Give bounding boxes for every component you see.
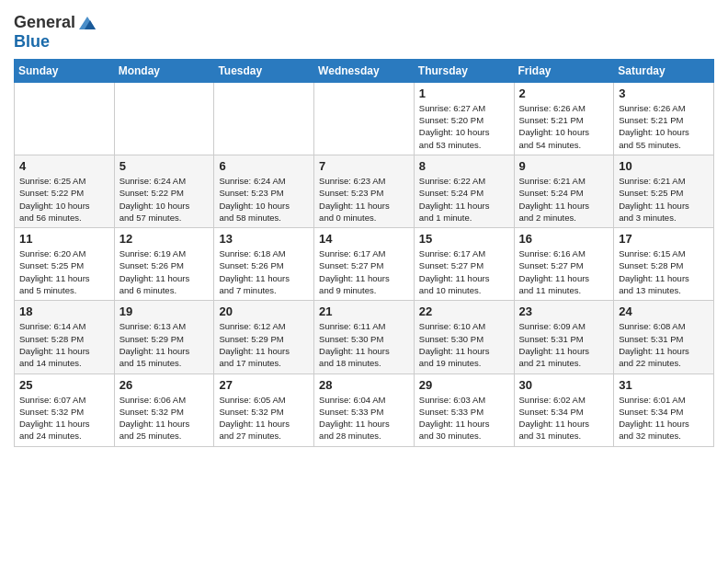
day-info: Sunrise: 6:16 AM Sunset: 5:27 PM Dayligh…: [519, 247, 609, 296]
calendar-cell: 31Sunrise: 6:01 AM Sunset: 5:34 PM Dayli…: [614, 373, 714, 446]
day-number: 3: [619, 86, 709, 100]
day-number: 11: [19, 232, 109, 246]
day-number: 21: [319, 304, 409, 318]
calendar-row-5: 25Sunrise: 6:07 AM Sunset: 5:32 PM Dayli…: [15, 373, 714, 446]
day-number: 6: [219, 159, 309, 173]
calendar-cell: 16Sunrise: 6:16 AM Sunset: 5:27 PM Dayli…: [514, 228, 614, 301]
calendar-cell: 13Sunrise: 6:18 AM Sunset: 5:26 PM Dayli…: [214, 228, 314, 301]
calendar-cell: 21Sunrise: 6:11 AM Sunset: 5:30 PM Dayli…: [314, 301, 415, 373]
day-info: Sunrise: 6:14 AM Sunset: 5:28 PM Dayligh…: [19, 320, 109, 369]
day-number: 15: [419, 232, 509, 246]
calendar-cell: 22Sunrise: 6:10 AM Sunset: 5:30 PM Dayli…: [414, 301, 514, 373]
calendar-cell: 28Sunrise: 6:04 AM Sunset: 5:33 PM Dayli…: [314, 373, 415, 446]
day-info: Sunrise: 6:07 AM Sunset: 5:32 PM Dayligh…: [19, 394, 109, 442]
day-number: 4: [19, 159, 109, 173]
calendar-cell: 18Sunrise: 6:14 AM Sunset: 5:28 PM Dayli…: [15, 301, 115, 373]
day-info: Sunrise: 6:20 AM Sunset: 5:25 PM Dayligh…: [19, 247, 109, 296]
weekday-header-wednesday: Wednesday: [314, 59, 415, 82]
day-number: 31: [619, 378, 709, 392]
calendar-cell: 19Sunrise: 6:13 AM Sunset: 5:29 PM Dayli…: [114, 301, 214, 373]
day-number: 8: [419, 159, 509, 173]
day-info: Sunrise: 6:23 AM Sunset: 5:23 PM Dayligh…: [319, 175, 409, 224]
calendar-cell: 17Sunrise: 6:15 AM Sunset: 5:28 PM Dayli…: [614, 228, 714, 301]
weekday-header-saturday: Saturday: [614, 59, 714, 82]
calendar-cell: 2Sunrise: 6:26 AM Sunset: 5:21 PM Daylig…: [514, 82, 614, 155]
calendar-cell: 6Sunrise: 6:24 AM Sunset: 5:23 PM Daylig…: [214, 155, 314, 227]
day-info: Sunrise: 6:27 AM Sunset: 5:20 PM Dayligh…: [419, 102, 509, 151]
calendar-cell: 29Sunrise: 6:03 AM Sunset: 5:33 PM Dayli…: [414, 373, 514, 446]
day-number: 24: [619, 304, 709, 318]
weekday-header-sunday: Sunday: [15, 59, 115, 82]
calendar-cell: 4Sunrise: 6:25 AM Sunset: 5:22 PM Daylig…: [15, 155, 115, 227]
weekday-header-monday: Monday: [114, 59, 214, 82]
calendar-cell: [314, 82, 415, 155]
day-number: 17: [619, 232, 709, 246]
day-info: Sunrise: 6:04 AM Sunset: 5:33 PM Dayligh…: [319, 394, 409, 442]
calendar-cell: [114, 82, 214, 155]
day-info: Sunrise: 6:02 AM Sunset: 5:34 PM Dayligh…: [519, 394, 609, 442]
weekday-header-friday: Friday: [514, 59, 614, 82]
day-info: Sunrise: 6:17 AM Sunset: 5:27 PM Dayligh…: [419, 247, 509, 296]
day-number: 29: [419, 378, 509, 392]
day-number: 22: [419, 304, 509, 318]
day-number: 1: [419, 86, 509, 100]
calendar-cell: 11Sunrise: 6:20 AM Sunset: 5:25 PM Dayli…: [15, 228, 115, 301]
day-number: 9: [519, 159, 609, 173]
day-info: Sunrise: 6:12 AM Sunset: 5:29 PM Dayligh…: [219, 320, 309, 369]
calendar-cell: 24Sunrise: 6:08 AM Sunset: 5:31 PM Dayli…: [614, 301, 714, 373]
day-info: Sunrise: 6:24 AM Sunset: 5:23 PM Dayligh…: [219, 175, 309, 224]
header: General Blue: [14, 9, 714, 52]
calendar-cell: 23Sunrise: 6:09 AM Sunset: 5:31 PM Dayli…: [514, 301, 614, 373]
day-number: 30: [519, 378, 609, 392]
calendar-cell: 7Sunrise: 6:23 AM Sunset: 5:23 PM Daylig…: [314, 155, 415, 227]
calendar-cell: 9Sunrise: 6:21 AM Sunset: 5:24 PM Daylig…: [514, 155, 614, 227]
day-number: 19: [119, 304, 210, 318]
logo-icon: [77, 13, 97, 33]
calendar-cell: 10Sunrise: 6:21 AM Sunset: 5:25 PM Dayli…: [614, 155, 714, 227]
calendar-cell: 30Sunrise: 6:02 AM Sunset: 5:34 PM Dayli…: [514, 373, 614, 446]
day-number: 2: [519, 86, 609, 100]
day-number: 14: [319, 232, 409, 246]
day-info: Sunrise: 6:09 AM Sunset: 5:31 PM Dayligh…: [519, 320, 609, 369]
calendar-cell: 15Sunrise: 6:17 AM Sunset: 5:27 PM Dayli…: [414, 228, 514, 301]
day-info: Sunrise: 6:26 AM Sunset: 5:21 PM Dayligh…: [619, 102, 709, 151]
logo-blue: Blue: [14, 32, 50, 51]
day-info: Sunrise: 6:05 AM Sunset: 5:32 PM Dayligh…: [219, 394, 309, 442]
day-info: Sunrise: 6:17 AM Sunset: 5:27 PM Dayligh…: [319, 247, 409, 296]
day-info: Sunrise: 6:18 AM Sunset: 5:26 PM Dayligh…: [219, 247, 309, 296]
day-info: Sunrise: 6:22 AM Sunset: 5:24 PM Dayligh…: [419, 175, 509, 224]
day-number: 27: [219, 378, 309, 392]
weekday-header-tuesday: Tuesday: [214, 59, 314, 82]
calendar: SundayMondayTuesdayWednesdayThursdayFrid…: [14, 59, 714, 447]
day-number: 25: [19, 378, 109, 392]
calendar-cell: 27Sunrise: 6:05 AM Sunset: 5:32 PM Dayli…: [214, 373, 314, 446]
weekday-header-row: SundayMondayTuesdayWednesdayThursdayFrid…: [15, 59, 714, 82]
calendar-cell: 3Sunrise: 6:26 AM Sunset: 5:21 PM Daylig…: [614, 82, 714, 155]
day-number: 26: [119, 378, 210, 392]
day-info: Sunrise: 6:03 AM Sunset: 5:33 PM Dayligh…: [419, 394, 509, 442]
day-info: Sunrise: 6:10 AM Sunset: 5:30 PM Dayligh…: [419, 320, 509, 369]
day-number: 12: [119, 232, 210, 246]
calendar-cell: 25Sunrise: 6:07 AM Sunset: 5:32 PM Dayli…: [15, 373, 115, 446]
day-info: Sunrise: 6:08 AM Sunset: 5:31 PM Dayligh…: [619, 320, 709, 369]
day-info: Sunrise: 6:21 AM Sunset: 5:25 PM Dayligh…: [619, 175, 709, 224]
calendar-row-3: 11Sunrise: 6:20 AM Sunset: 5:25 PM Dayli…: [15, 228, 714, 301]
day-number: 18: [19, 304, 109, 318]
day-info: Sunrise: 6:11 AM Sunset: 5:30 PM Dayligh…: [319, 320, 409, 369]
day-info: Sunrise: 6:13 AM Sunset: 5:29 PM Dayligh…: [119, 320, 210, 369]
calendar-cell: 20Sunrise: 6:12 AM Sunset: 5:29 PM Dayli…: [214, 301, 314, 373]
day-number: 10: [619, 159, 709, 173]
day-info: Sunrise: 6:15 AM Sunset: 5:28 PM Dayligh…: [619, 247, 709, 296]
day-number: 7: [319, 159, 409, 173]
weekday-header-thursday: Thursday: [414, 59, 514, 82]
day-number: 16: [519, 232, 609, 246]
day-info: Sunrise: 6:06 AM Sunset: 5:32 PM Dayligh…: [119, 394, 210, 442]
day-info: Sunrise: 6:19 AM Sunset: 5:26 PM Dayligh…: [119, 247, 210, 296]
logo: General Blue: [14, 13, 97, 52]
day-info: Sunrise: 6:01 AM Sunset: 5:34 PM Dayligh…: [619, 394, 709, 442]
calendar-cell: 12Sunrise: 6:19 AM Sunset: 5:26 PM Dayli…: [114, 228, 214, 301]
day-number: 20: [219, 304, 309, 318]
calendar-cell: 8Sunrise: 6:22 AM Sunset: 5:24 PM Daylig…: [414, 155, 514, 227]
calendar-cell: 26Sunrise: 6:06 AM Sunset: 5:32 PM Dayli…: [114, 373, 214, 446]
calendar-cell: [214, 82, 314, 155]
